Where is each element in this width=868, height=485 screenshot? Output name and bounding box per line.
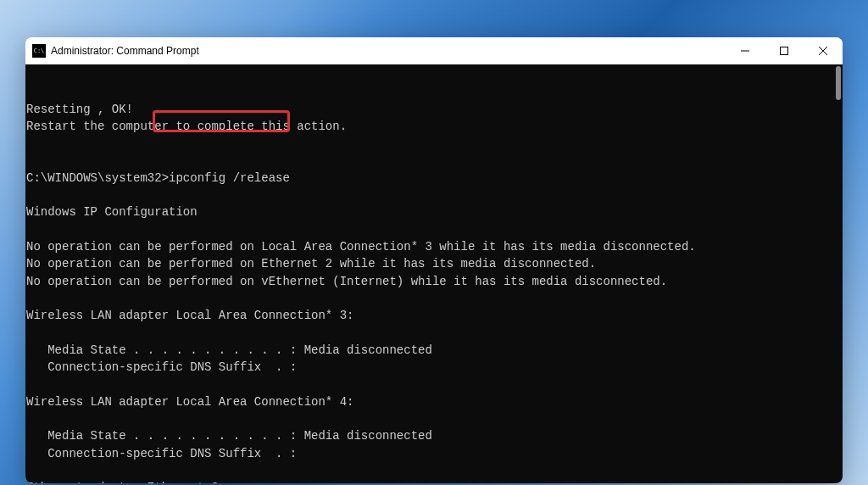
terminal-line: Connection-specific DNS Suffix . : [26,359,839,376]
terminal-line [26,187,839,203]
terminal-line [26,324,839,341]
terminal-line: Wireless LAN adapter Local Area Connecti… [26,307,839,324]
terminal-line: No operation can be performed on Local A… [26,238,839,255]
terminal-line: Media State . . . . . . . . . . . : Medi… [26,342,839,359]
terminal-line [26,221,839,238]
terminal-line [26,135,839,152]
terminal-line: Wireless LAN adapter Local Area Connecti… [26,393,839,410]
window-controls [726,37,843,64]
terminal-line: Windows IP Configuration [26,203,839,220]
terminal-line: Ethernet adapter Ethernet 2: [26,479,839,483]
terminal-line [26,410,839,427]
cmd-icon [32,44,46,58]
terminal-line [26,462,839,479]
maximize-button[interactable] [765,37,804,64]
terminal-line: No operation can be performed on Etherne… [26,255,839,272]
terminal-line: Restart the computer to complete this ac… [26,118,839,135]
terminal-line: Connection-specific DNS Suffix . : [26,445,839,462]
terminal-line [26,290,839,307]
terminal-line [26,152,839,169]
terminal-output[interactable]: Resetting , OK!Restart the computer to c… [25,64,843,483]
terminal-line [26,376,839,393]
terminal-line: Resetting , OK! [26,101,839,118]
terminal-line: Media State . . . . . . . . . . . : Medi… [26,427,839,444]
minimize-button[interactable] [726,37,765,64]
svg-rect-1 [781,47,788,55]
command-prompt-window: Administrator: Command Prompt Resetting … [25,37,843,483]
titlebar[interactable]: Administrator: Command Prompt [25,37,843,64]
terminal-line: No operation can be performed on vEthern… [26,273,839,290]
scrollbar-thumb[interactable] [836,66,841,100]
window-title: Administrator: Command Prompt [51,45,726,57]
close-button[interactable] [804,37,843,64]
terminal-line: C:\WINDOWS\system32>ipconfig /release [26,170,839,187]
